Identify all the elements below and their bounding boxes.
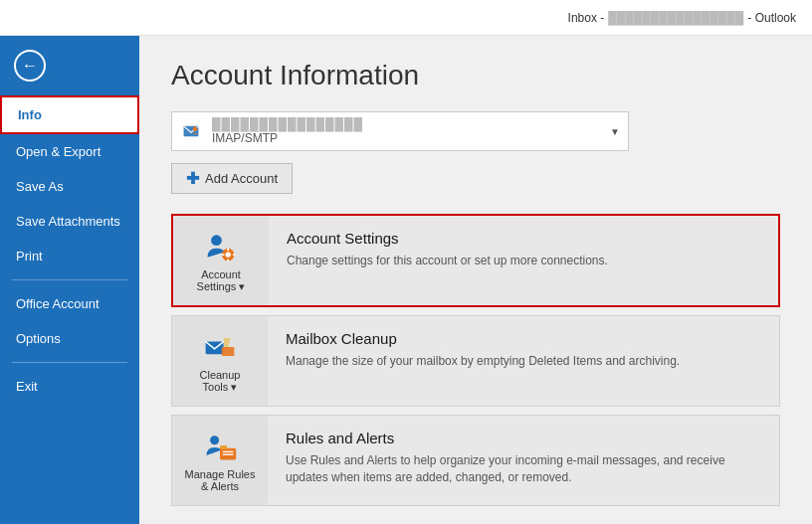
sidebar-item-label-print: Print: [16, 249, 43, 263]
svg-rect-7: [222, 254, 225, 256]
app-name: - Outlook: [747, 11, 796, 25]
sidebar-item-print[interactable]: Print: [0, 239, 139, 273]
rules-alerts-button[interactable]: Manage Rules& Alerts: [172, 416, 268, 505]
sidebar-item-options[interactable]: Options: [0, 321, 139, 356]
cleanup-tools-icon: [202, 329, 238, 365]
email-masked: ████████████████: [608, 11, 743, 25]
account-settings-info: Account Settings Change settings for thi…: [269, 216, 778, 305]
sidebar-item-label-exit: Exit: [16, 379, 38, 394]
rules-alerts-desc: Use Rules and Alerts to help organize yo…: [286, 452, 761, 486]
svg-point-4: [226, 252, 231, 257]
cleanup-tools-button[interactable]: CleanupTools ▾: [172, 316, 268, 406]
sidebar-item-exit[interactable]: Exit: [0, 369, 139, 404]
tile-cleanup-tools: CleanupTools ▾ Mailbox Cleanup Manage th…: [171, 315, 780, 407]
svg-marker-12: [224, 338, 231, 347]
svg-rect-6: [227, 259, 229, 262]
account-dropdown[interactable]: ████████████████ IMAP/SMTP ▼: [171, 111, 629, 151]
content-area: Account Information ████████████████ IMA…: [139, 36, 812, 524]
sidebar-item-save-as[interactable]: Save As: [0, 169, 139, 204]
sidebar-item-open-export[interactable]: Open & Export: [0, 134, 139, 169]
svg-point-13: [210, 436, 219, 444]
rules-alerts-icon: [202, 429, 238, 464]
svg-point-1: [193, 126, 198, 131]
top-bar: Inbox - ████████████████ - Outlook: [0, 0, 812, 36]
tile-rules-alerts: Manage Rules& Alerts Rules and Alerts Us…: [171, 415, 780, 506]
cleanup-tools-info: Mailbox Cleanup Manage the size of your …: [268, 316, 779, 406]
rules-alerts-info: Rules and Alerts Use Rules and Alerts to…: [268, 416, 779, 505]
sidebar-item-save-attachments[interactable]: Save Attachments: [0, 204, 139, 239]
email-icon: [180, 123, 202, 139]
account-email: ████████████████: [212, 117, 610, 131]
main-layout: ← Info Open & Export Save As Save Attach…: [0, 36, 812, 524]
sidebar-item-label-save-attachments: Save Attachments: [16, 214, 120, 229]
add-account-button[interactable]: ✚ Add Account: [171, 163, 293, 194]
cleanup-tools-tile-label: CleanupTools ▾: [200, 369, 241, 394]
svg-rect-5: [227, 248, 229, 251]
plus-icon: ✚: [186, 169, 199, 188]
tile-account-settings: AccountSettings ▾ Account Settings Chang…: [171, 214, 780, 307]
account-info: ████████████████ IMAP/SMTP: [212, 117, 610, 145]
sidebar-item-label-office-account: Office Account: [16, 296, 100, 311]
sidebar-item-label-info: Info: [18, 107, 42, 122]
back-button[interactable]: ←: [8, 44, 52, 87]
sidebar-item-label-options: Options: [16, 331, 61, 346]
svg-rect-10: [222, 347, 235, 356]
cleanup-tools-title: Mailbox Cleanup: [286, 330, 761, 347]
account-settings-desc: Change settings for this account or set …: [287, 253, 760, 269]
account-type: IMAP/SMTP: [212, 131, 610, 145]
rules-alerts-title: Rules and Alerts: [286, 430, 761, 446]
dropdown-arrow-icon: ▼: [610, 126, 620, 137]
back-arrow-icon: ←: [22, 57, 38, 75]
sidebar: ← Info Open & Export Save As Save Attach…: [0, 36, 139, 524]
page-title: Account Information: [171, 60, 780, 91]
svg-point-2: [211, 235, 222, 246]
sidebar-divider-1: [12, 279, 127, 280]
sidebar-item-label-save-as: Save As: [16, 179, 64, 194]
rules-alerts-tile-label: Manage Rules& Alerts: [185, 468, 256, 492]
account-settings-title: Account Settings: [287, 230, 760, 247]
svg-rect-8: [233, 254, 236, 256]
back-circle-icon: ←: [14, 50, 46, 82]
sidebar-item-office-account[interactable]: Office Account: [0, 286, 139, 321]
account-dropdown-wrapper: ████████████████ IMAP/SMTP ▼: [171, 111, 780, 151]
sidebar-item-label-open-export: Open & Export: [16, 144, 101, 159]
account-settings-tile-label: AccountSettings ▾: [197, 268, 246, 293]
inbox-label: Inbox -: [568, 11, 605, 25]
sidebar-divider-2: [12, 362, 127, 363]
cleanup-tools-desc: Manage the size of your mailbox by empty…: [286, 353, 761, 370]
account-settings-icon: [203, 229, 239, 264]
sidebar-item-info[interactable]: Info: [0, 95, 139, 134]
account-settings-button[interactable]: AccountSettings ▾: [173, 216, 269, 305]
add-account-label: Add Account: [205, 171, 278, 186]
svg-rect-15: [220, 445, 227, 449]
tiles-area: AccountSettings ▾ Account Settings Chang…: [171, 214, 780, 510]
